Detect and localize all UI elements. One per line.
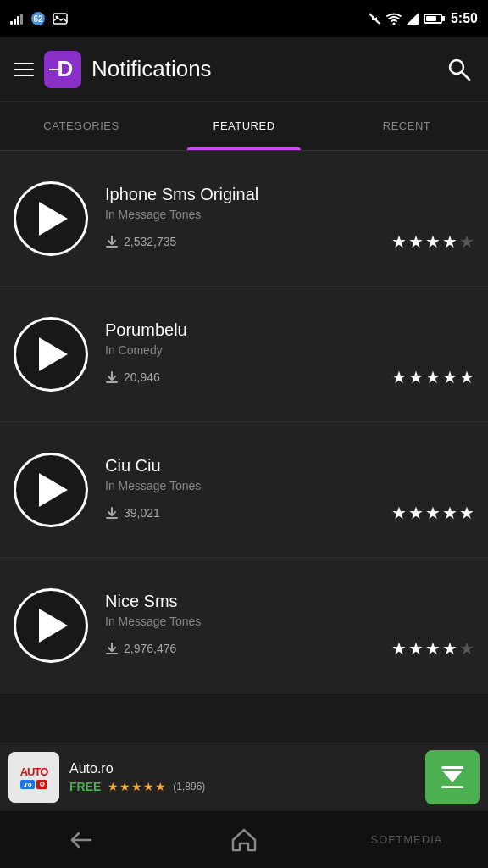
item-name-1: Iphone Sms Original	[105, 185, 474, 204]
ad-free-row: FREE ★ ★ ★ ★ ★ (1,896)	[69, 780, 415, 793]
svg-rect-2	[17, 16, 19, 25]
download-count-icon	[105, 370, 119, 384]
download-count-icon	[105, 506, 119, 520]
ad-free-label: FREE	[69, 780, 101, 793]
download-arrow-icon	[441, 766, 463, 788]
stars-3: ★ ★ ★ ★ ★	[391, 503, 474, 523]
svg-rect-1	[14, 19, 16, 25]
play-button-3[interactable]	[14, 453, 88, 527]
play-button-2[interactable]	[14, 317, 88, 392]
brand-label: SOFTMEDIA	[325, 811, 488, 868]
ad-info: Auto.ro FREE ★ ★ ★ ★ ★ (1,896)	[69, 761, 415, 793]
item-info-1: Iphone Sms Original In Message Tones 2,5…	[105, 185, 474, 252]
item-category-2: In Comedy	[105, 343, 474, 357]
wifi-icon	[386, 13, 402, 25]
image-icon	[53, 13, 68, 25]
stars-4: ★ ★ ★ ★ ★	[391, 638, 474, 659]
svg-rect-6	[53, 14, 67, 24]
item-downloads-1: 2,532,735	[105, 235, 176, 248]
ad-logo-badges: .ro ⚙	[20, 780, 47, 789]
play-triangle-icon	[39, 473, 68, 507]
ad-logo: AUTO .ro ⚙	[8, 752, 59, 803]
download-count-icon	[105, 642, 119, 655]
svg-rect-0	[10, 21, 13, 25]
page-title: Notifications	[92, 56, 212, 82]
signal-icon	[10, 13, 24, 25]
stars-1: ★ ★ ★ ★ ★	[391, 231, 474, 252]
bottom-nav: SOFTMEDIA	[0, 810, 488, 868]
play-triangle-icon	[39, 202, 68, 236]
ad-stars: ★ ★ ★ ★ ★	[108, 780, 166, 793]
brand-text: SOFTMEDIA	[371, 833, 443, 846]
play-triangle-icon	[39, 337, 68, 371]
ad-logo-auto-text: AUTO	[20, 765, 48, 778]
search-icon	[446, 57, 472, 82]
item-downloads-2: 20,946	[105, 370, 160, 384]
notification-icon: 62	[30, 11, 46, 26]
header-left: D Notifications	[14, 51, 212, 88]
download-count-icon	[105, 235, 119, 248]
item-meta-4: 2,976,476 ★ ★ ★ ★ ★	[105, 638, 474, 659]
status-bar: 62 5:50	[0, 0, 488, 37]
item-name-2: Porumbelu	[105, 320, 474, 340]
logo-letter: D	[58, 56, 74, 82]
back-icon	[69, 830, 94, 850]
ad-title: Auto.ro	[69, 761, 114, 776]
item-downloads-4: 2,976,476	[105, 642, 176, 655]
item-category-4: In Message Tones	[105, 615, 474, 628]
home-icon	[231, 828, 257, 852]
item-meta-1: 2,532,735 ★ ★ ★ ★ ★	[105, 231, 474, 252]
status-left-icons: 62	[10, 11, 68, 26]
tab-featured[interactable]: FEATURED	[163, 102, 325, 150]
status-right-icons: 5:50	[368, 11, 478, 26]
item-info-2: Porumbelu In Comedy 20,946 ★ ★ ★ ★ ★	[105, 320, 474, 387]
header: D Notifications	[0, 37, 488, 102]
item-meta-3: 39,021 ★ ★ ★ ★ ★	[105, 503, 474, 523]
tab-categories[interactable]: CATEGORIES	[0, 102, 163, 150]
ad-logo-icon-badge: ⚙	[36, 780, 47, 789]
play-button-1[interactable]	[14, 181, 88, 256]
item-info-4: Nice Sms In Message Tones 2,976,476 ★ ★ …	[105, 592, 474, 659]
list-item: Iphone Sms Original In Message Tones 2,5…	[0, 151, 488, 287]
item-name-3: Ciu Ciu	[105, 456, 474, 476]
item-category-3: In Message Tones	[105, 479, 474, 492]
content-list: Iphone Sms Original In Message Tones 2,5…	[0, 151, 488, 693]
cellular-icon	[407, 13, 419, 25]
svg-line-12	[462, 72, 469, 80]
list-item: Nice Sms In Message Tones 2,976,476 ★ ★ …	[0, 558, 488, 693]
menu-button[interactable]	[14, 63, 34, 76]
item-meta-2: 20,946 ★ ★ ★ ★ ★	[105, 367, 474, 387]
search-button[interactable]	[444, 54, 474, 85]
stars-2: ★ ★ ★ ★ ★	[391, 367, 474, 387]
item-info-3: Ciu Ciu In Message Tones 39,021 ★ ★ ★ ★ …	[105, 456, 474, 523]
home-button[interactable]	[163, 811, 325, 868]
item-category-1: In Message Tones	[105, 208, 474, 221]
tabs-bar: CATEGORIES FEATURED RECENT	[0, 102, 488, 151]
item-downloads-3: 39,021	[105, 506, 160, 520]
svg-text:62: 62	[33, 14, 43, 24]
play-triangle-icon	[39, 609, 68, 643]
ad-download-button[interactable]	[425, 750, 480, 804]
svg-rect-3	[20, 14, 23, 25]
svg-marker-10	[407, 13, 419, 25]
clock: 5:50	[451, 11, 478, 26]
battery-icon	[424, 14, 442, 24]
svg-point-9	[392, 23, 395, 25]
tab-recent[interactable]: RECENT	[325, 102, 488, 150]
item-name-4: Nice Sms	[105, 592, 474, 611]
play-button-4[interactable]	[14, 588, 88, 663]
list-item: Porumbelu In Comedy 20,946 ★ ★ ★ ★ ★	[0, 287, 488, 422]
ad-banner: AUTO .ro ⚙ Auto.ro FREE ★ ★ ★ ★ ★ (1,896…	[0, 743, 488, 810]
ad-reviews: (1,896)	[173, 781, 205, 793]
app-logo: D	[44, 51, 81, 88]
ad-logo-ro-badge: .ro	[20, 780, 34, 789]
back-button[interactable]	[0, 811, 163, 868]
list-item: Ciu Ciu In Message Tones 39,021 ★ ★ ★ ★ …	[0, 422, 488, 558]
mute-icon	[368, 12, 381, 25]
